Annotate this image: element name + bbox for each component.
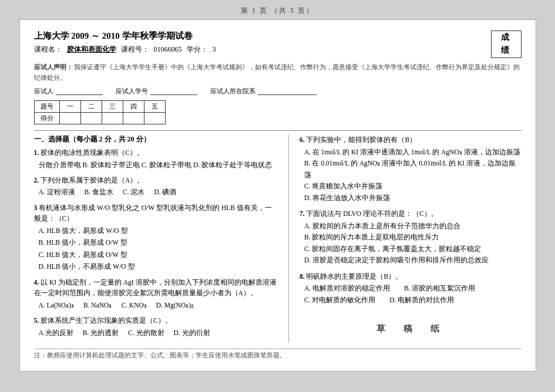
- q8-text: 明矾静水的主要原理是（B）。: [306, 273, 402, 280]
- student-seat-label: 应试人所在院系: [210, 87, 255, 96]
- q7-opt-b: B. 胶粒间的斥力本质上是双电层的电性斥力: [304, 232, 522, 244]
- course-row: 课程名： 胶体和表面化学 课程号： 01066065 学分： 3: [34, 45, 491, 55]
- q5-options: A.光的反射 B. 光的透射 C. 光的散射 D. 光的衍射: [39, 327, 278, 339]
- q3-options: A. HLB 值大，易形成 W/O 型 B. HLB 值小，易形成 O/W 型 …: [39, 225, 278, 273]
- q3-text: 有机液体与水形成 W/O 型乳化之 O/W 型乳状液与乳化剂的 HLB 值有关，…: [34, 204, 272, 222]
- q4-opt-c: C. KNO₃: [121, 300, 146, 312]
- q5-opt-a: A.光的反射: [39, 327, 73, 339]
- q3-num: 3: [34, 204, 38, 211]
- q4-options: A. La(NO₃)₃ B. NaNO₃ C. KNO₃ D. Mg(NO₃)₂: [39, 300, 278, 312]
- q2-opt-a: A. 淀粉溶液: [39, 187, 75, 198]
- q4-text: 以 KI 为稳定剂，一定量的 AgI 溶胶中，分别加入下列浓度相同的电解质溶液在…: [34, 279, 277, 296]
- q8-options: A. 电解质对溶胶的稳定作用 B. 溶胶的相互絮沉作用 C. 对电解质的敏化作用…: [304, 283, 522, 306]
- q4-opt-b: B. NaNO₃: [83, 300, 112, 312]
- draft-title: 草 稿 纸: [376, 324, 444, 333]
- q7-num: 7.: [300, 210, 305, 217]
- q3-opt-c: C. HLB 值大，易形成 O/W 型: [39, 249, 278, 261]
- exam-page: 上海大学 2009 ～ 2010 学年秋季学期试卷 课程名： 胶体和表面化学 课…: [19, 19, 536, 371]
- score-table: 题号 一 二 三 四 五 得分: [34, 100, 166, 124]
- course-label: 课程名：: [34, 45, 62, 55]
- score-table-header-5: 五: [144, 101, 165, 113]
- course-no: 01066065: [154, 45, 182, 54]
- student-seat-blank: [258, 87, 317, 95]
- question-1: 1. 胶体的电泳性质现象表明（C）。 分散介质带电 B. 胶体粒子带正电 C. …: [34, 147, 278, 171]
- exam-title: 上海大学 2009 ～ 2010 学年秋季学期试卷: [34, 31, 491, 42]
- q8-opt-row1: A. 电解质对溶胶的稳定作用 B. 溶胶的相互絮沉作用: [304, 283, 522, 295]
- q6-opt-c: C. 将蔗糖加入水中并振荡: [304, 181, 522, 192]
- q4-opt-d: D. Mg(NO₃)₂: [156, 300, 194, 312]
- student-id-field: 应试人学号: [116, 87, 199, 96]
- question-5: 5. 胶体系统产生丁达尔现象的实质是（C）。 A.光的反射 B. 光的透射 C.…: [34, 315, 278, 339]
- student-name-blank: [56, 87, 103, 95]
- student-name-label: 应试人: [34, 87, 53, 96]
- q8-num: 8.: [300, 273, 305, 280]
- q5-num: 5.: [34, 317, 39, 324]
- top-row: 上海大学 2009 ～ 2010 学年秋季学期试卷 课程名： 胶体和表面化学 课…: [34, 31, 522, 58]
- q6-num: 6.: [300, 136, 305, 143]
- q6-opt-b: B. 在 0.01mol/L 的 AgNO₃ 溶液中加入 0.01mol/L 的…: [304, 158, 522, 181]
- q1-text: 胶体的电泳性质现象表明（C）。: [41, 149, 144, 156]
- q7-opt-c: C. 胶粒间固存在离子氛，离子氛覆盖太大，胶粒越不稳定: [304, 244, 522, 255]
- student-id-blank: [150, 87, 197, 95]
- q8-opt-b: B. 溶胶的相互絮沉作用: [404, 283, 475, 295]
- left-col: 一、选择题（每小题 2 分，共 20 分） 1. 胶体的电泳性质现象表明（C）。…: [34, 134, 289, 343]
- q8-opt-d: D. 电解质的对抗作用: [389, 295, 454, 306]
- q7-text: 下面说法与 DLVO 理论不符的是：（C）。: [306, 210, 438, 217]
- question-6: 6. 下列实验中，能得到胶体的有（B） A. 在 1mol/L 的 KI 溶液中…: [300, 134, 522, 204]
- score-table-header-2: 二: [80, 101, 102, 113]
- page-wrapper: 第 1 页 （共 5 页） 上海大学 2009 ～ 2010 学年秋季学期试卷 …: [0, 0, 555, 392]
- q1-options: 分散介质带电 B. 胶体粒子带正电 C. 胶体粒子带电 D. 胶体粒子处于等电状…: [39, 160, 278, 171]
- right-col: 6. 下列实验中，能得到胶体的有（B） A. 在 1mol/L 的 KI 溶液中…: [289, 134, 522, 343]
- score-line1: 成: [501, 31, 512, 44]
- q2-opt-b: B. 食盐水: [85, 187, 113, 198]
- q5-opt-d: D. 光的衍射: [174, 327, 210, 339]
- q8-opt-c: C. 对电解质的敏化作用: [304, 295, 375, 306]
- q7-opt-a: A. 胶粒间的斥力本质上是所有分子范德华力的总合: [304, 221, 522, 232]
- q6-opt-a: A. 在 1mol/L 的 KI 溶液中逐滴加入 1mol/L 的 AgNO₃ …: [304, 147, 522, 158]
- score-table-header-4: 四: [123, 101, 144, 113]
- q7-options: A. 胶粒间的斥力本质上是所有分子范德华力的总合 B. 胶粒间的斥力本质上是双电…: [304, 221, 522, 266]
- course-no-label: 课程号：: [121, 45, 149, 55]
- score-box: 成 绩: [491, 31, 522, 58]
- score-line2: 绩: [501, 44, 512, 57]
- score-val-4: [123, 113, 144, 124]
- q7-opt-d: D. 溶胶是否稳定决定于胶粒间吸引作用和排斥作用的总效应: [304, 255, 522, 266]
- q4-opt-a: A. La(NO₃)₃: [39, 300, 74, 312]
- q1-num: 1.: [34, 149, 39, 156]
- q2-options: A. 淀粉溶液 B. 食盐水 C. 泥水 D. 碘酒: [39, 187, 278, 198]
- q2-opt-c: C. 泥水: [123, 187, 144, 198]
- q3-opt-a: A. HLB 值大，易形成 W/O 型: [39, 225, 278, 237]
- q6-text: 下列实验中，能得到胶体的有（B）: [306, 136, 416, 143]
- q2-text: 下列分散系属于胶体的是（A）。: [41, 177, 144, 184]
- q2-num: 2.: [34, 177, 39, 184]
- score-table-header-0: 题号: [34, 101, 59, 113]
- declaration-text: 我保证遵守《上海大学学生手册》中的《上海大学考试规则》，如有考试违纪、作弊行为，…: [34, 63, 520, 82]
- score-val-5: [144, 113, 165, 124]
- score-row-label: 得分: [34, 113, 59, 124]
- question-2: 2. 下列分散系属于胶体的是（A）。 A. 淀粉溶液 B. 食盐水 C. 泥水 …: [34, 175, 278, 198]
- section1-title: 一、选择题（每小题 2 分，共 20 分）: [34, 134, 278, 144]
- q8-opt-a: A. 电解质对溶胶的稳定作用: [304, 283, 390, 295]
- declaration-title: 应试人声明：: [34, 63, 73, 70]
- q6-opt-d: D. 将花生油放入水中并振荡: [304, 192, 522, 204]
- student-id-label: 应试人学号: [116, 87, 148, 96]
- footer-note: 注：教师应使用计算机处理试题的文字、公式、图表等；学生应使用水笔或图珠笔答题。: [34, 349, 522, 360]
- score-val-1: [59, 113, 80, 124]
- student-name-field: 应试人: [34, 87, 104, 96]
- main-content: 一、选择题（每小题 2 分，共 20 分） 1. 胶体的电泳性质现象表明（C）。…: [34, 134, 522, 343]
- student-row: 应试人 应试人学号 应试人所在院系: [34, 87, 522, 96]
- q3-opt-b: B. HLB 值小，易形成 O/W 型: [39, 237, 278, 249]
- question-7: 7. 下面说法与 DLVO 理论不符的是：（C）。 A. 胶粒间的斥力本质上是所…: [300, 208, 522, 266]
- q3-opt-d: D. HLB 值小，不易形成 W/O 型: [39, 261, 278, 273]
- divider: [34, 130, 522, 131]
- question-3: 3 有机液体与水形成 W/O 型乳化之 O/W 型乳状液与乳化剂的 HLB 值有…: [34, 202, 278, 273]
- q8-opt-row2: C. 对电解质的敏化作用 D. 电解质的对抗作用: [304, 295, 522, 306]
- course-name: 胶体和表面化学: [67, 45, 116, 55]
- page-number: 第 1 页 （共 5 页）: [241, 6, 314, 16]
- title-block: 上海大学 2009 ～ 2010 学年秋季学期试卷 课程名： 胶体和表面化学 课…: [34, 31, 491, 57]
- draft-area: 草 稿 纸: [300, 323, 522, 334]
- score-val-2: [80, 113, 102, 124]
- declaration: 应试人声明： 我保证遵守《上海大学学生手册》中的《上海大学考试规则》，如有考试违…: [34, 62, 522, 83]
- score-val-3: [102, 113, 123, 124]
- q6-options: A. 在 1mol/L 的 KI 溶液中逐滴加入 1mol/L 的 AgNO₃ …: [304, 147, 522, 204]
